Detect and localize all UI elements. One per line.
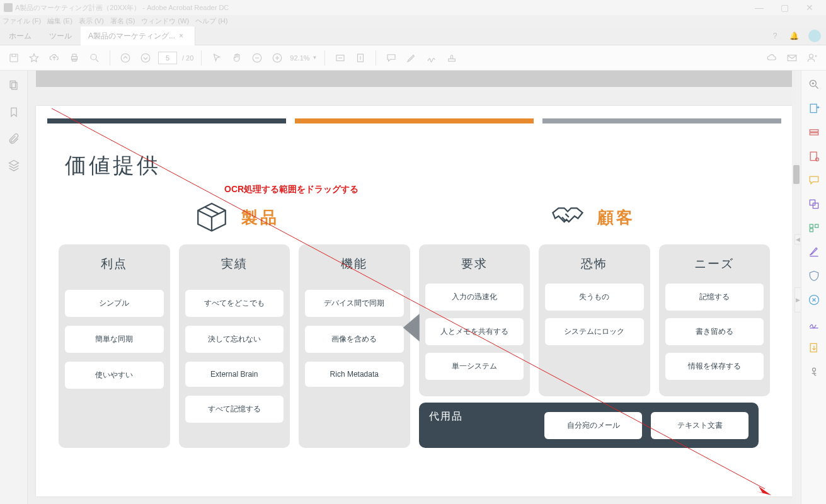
cell: External Brain [185,362,284,387]
col-title: 恐怖 [545,256,644,272]
hand-icon[interactable] [229,50,244,66]
svg-rect-23 [813,203,818,208]
sub-cell: テキスト文書 [651,412,749,439]
cloud-upload-icon[interactable] [47,50,62,66]
svg-point-4 [91,54,96,60]
sub-cell: 自分宛のメール [544,412,642,439]
attachment-icon[interactable] [8,132,20,145]
layers-icon[interactable] [8,159,20,171]
create-icon[interactable] [808,126,820,139]
slide-title: 価値提供 [65,151,781,180]
menu-file[interactable]: ファイル (F) [3,16,41,26]
svg-rect-0 [10,54,18,62]
svg-rect-14 [10,81,15,88]
sub-label: 代用品 [429,410,463,423]
save-icon[interactable] [6,50,21,66]
cell: 使いやすい [65,362,164,389]
right-rail-collapse[interactable]: ▶ [794,287,801,312]
protect-icon[interactable] [808,270,820,282]
page: 価値提供 製品 顧客 利点 シンプル 簡単な同期 [36,106,793,496]
tab-tools[interactable]: ツール [40,26,81,45]
col-title: 機能 [305,256,404,272]
svg-rect-17 [810,104,817,112]
print-icon[interactable] [67,50,82,66]
edit-pdf-icon[interactable] [808,150,820,163]
cell: 情報を保存する [665,353,764,380]
stamp-icon[interactable] [444,50,459,66]
window-title: A製品のマーケティング計画（20XX年） - Adobe Acrobat Rea… [15,3,229,13]
compress-icon[interactable] [808,294,820,306]
comment-tool-icon[interactable] [808,174,820,186]
svg-point-6 [141,54,150,62]
col-demand: 要求 入力の迅速化 人とメモを共有する 単一システム [419,244,531,396]
document-tab-bar: ホーム ツール A製品のマーケティング... × ? 🔔 [0,26,826,45]
share-cloud-icon[interactable] [764,50,779,66]
zoom-out-icon[interactable] [250,50,265,66]
zoom-in-icon[interactable] [270,50,285,66]
bell-icon[interactable]: 🔔 [784,32,803,40]
avatar[interactable] [808,30,821,42]
help-icon[interactable]: ? [766,32,784,40]
email-icon[interactable] [784,50,800,66]
prev-page-sliver [36,71,793,87]
svg-rect-11 [449,59,456,61]
page-count: / 20 [182,54,193,62]
tab-close-icon[interactable]: × [179,26,183,45]
pdf-icon [4,3,13,12]
pointer-icon[interactable] [209,50,224,66]
minimize-button[interactable]: — [747,3,772,13]
cell: すべて記憶する [185,396,284,423]
page-number-input[interactable]: 5 [158,52,177,64]
export-icon[interactable] [808,102,820,115]
cell: 記憶する [665,284,764,311]
menu-sign[interactable]: 署名 (S) [110,16,135,26]
comment-icon[interactable] [384,50,399,66]
sign-icon[interactable] [424,50,439,66]
scrollbar-thumb[interactable] [793,165,800,184]
more-tools-icon[interactable] [808,365,820,378]
cell: 画像を含める [305,326,404,353]
fit-page-icon[interactable] [353,50,368,66]
add-person-icon[interactable] [805,50,820,66]
thumbnails-icon[interactable] [8,79,20,92]
highlight-icon[interactable] [404,50,419,66]
organize-icon[interactable] [808,222,820,234]
cell: 人とメモを共有する [425,318,524,345]
menu-view[interactable]: 表示 (V) [79,16,104,26]
page-up-icon[interactable] [118,50,133,66]
bookmark-icon[interactable] [8,106,20,118]
cell: 簡単な同期 [65,326,164,353]
menu-help[interactable]: ヘルプ (H) [195,16,227,26]
send-icon[interactable] [808,341,820,354]
combine-icon[interactable] [808,198,820,210]
cell: デバイス間で同期 [305,290,404,317]
section-product-label: 製品 [241,207,279,229]
search-plus-icon[interactable] [808,78,820,91]
cell: Rich Metadata [305,362,404,387]
tab-document[interactable]: A製品のマーケティング... × [81,26,195,45]
svg-point-13 [810,54,813,58]
cell: 入力の迅速化 [425,284,524,311]
search-icon[interactable] [87,50,102,66]
svg-rect-24 [810,224,813,227]
menu-window[interactable]: ウィンドウ (W) [141,16,189,26]
fit-width-icon[interactable] [333,50,348,66]
cell: 単一システム [425,353,524,380]
page-down-icon[interactable] [138,50,153,66]
maximize-button[interactable]: ▢ [772,3,797,13]
star-icon[interactable] [26,50,42,66]
tab-home[interactable]: ホーム [0,26,40,45]
box-icon [193,198,230,237]
svg-rect-19 [810,133,818,135]
tab-label: A製品のマーケティング... [88,26,175,45]
menu-edit[interactable]: 編集 (E) [47,16,72,26]
right-tool-rail [801,71,826,504]
title-bar: A製品のマーケティング計画（20XX年） - Adobe Acrobat Rea… [0,0,826,15]
right-rail-marker[interactable]: ◀ [794,234,801,244]
close-button[interactable]: ✕ [797,3,822,13]
redact-icon[interactable] [808,246,820,258]
document-viewport[interactable]: 価値提供 製品 顧客 利点 シンプル 簡単な同期 [28,71,801,504]
col-title: ニーズ [665,256,764,272]
fill-sign-icon[interactable] [808,318,820,330]
zoom-level[interactable]: 92.1%▼ [290,54,317,62]
